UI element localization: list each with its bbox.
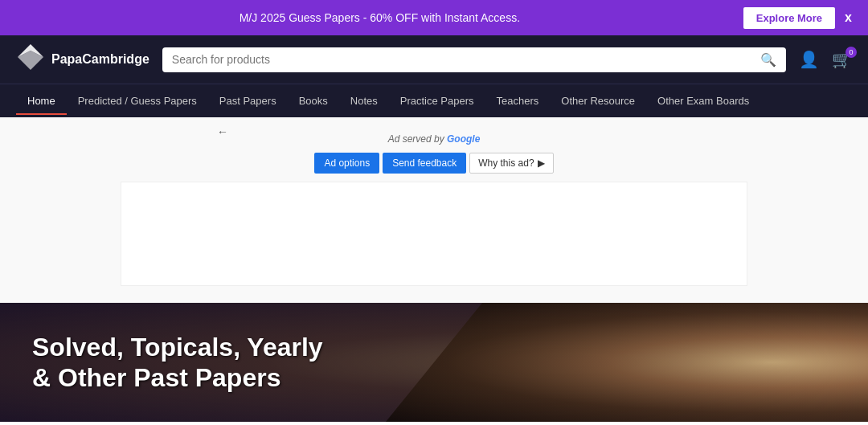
google-label: Google <box>447 133 480 145</box>
hero-title-line1: Solved, Topicals, Yearly <box>32 332 323 362</box>
nav-item-books[interactable]: Books <box>288 87 339 115</box>
hero-section: Solved, Topicals, Yearly & Other Past Pa… <box>0 303 868 422</box>
close-banner-button[interactable]: x <box>845 10 852 25</box>
ad-options-button[interactable]: Ad options <box>314 153 379 174</box>
header-icons: 👤 🛒 0 <box>799 50 852 69</box>
hero-text: Solved, Topicals, Yearly & Other Past Pa… <box>32 332 323 394</box>
cart-icon[interactable]: 🛒 0 <box>832 50 852 69</box>
search-icon: 🔍 <box>760 52 776 67</box>
nav-item-past-papers[interactable]: Past Papers <box>208 87 288 115</box>
ad-buttons: Ad options Send feedback Why this ad? ▶ <box>314 153 553 174</box>
top-banner: M/J 2025 Guess Papers - 60% OFF with Ins… <box>0 0 868 35</box>
logo-area: PapaCambridge <box>16 43 149 76</box>
nav-item-practice-papers[interactable]: Practice Papers <box>389 87 485 115</box>
nav-item-predicted[interactable]: Predicted / Guess Papers <box>67 87 208 115</box>
header: PapaCambridge 🔍 👤 🛒 0 <box>0 35 868 84</box>
nav-item-teachers[interactable]: Teachers <box>485 87 551 115</box>
search-bar: 🔍 <box>162 47 786 72</box>
nav-item-other-resource[interactable]: Other Resource <box>550 87 646 115</box>
banner-text: M/J 2025 Guess Papers - 60% OFF with Ins… <box>16 11 743 24</box>
ad-back-arrow[interactable]: ← <box>217 125 228 138</box>
hero-title-line2: & Other Past Papers <box>32 362 323 393</box>
send-feedback-button[interactable]: Send feedback <box>383 153 466 174</box>
navigation: Home Predicted / Guess Papers Past Paper… <box>0 84 868 117</box>
user-icon[interactable]: 👤 <box>799 50 819 69</box>
logo-text[interactable]: PapaCambridge <box>51 52 149 67</box>
nav-item-home[interactable]: Home <box>16 87 67 115</box>
ad-content-area <box>121 182 747 286</box>
cart-badge: 0 <box>845 47 857 58</box>
nav-item-notes[interactable]: Notes <box>339 87 389 115</box>
ad-section: ← Ad served by Google Ad options Send fe… <box>0 117 868 303</box>
ad-served-label: Ad served by Google <box>388 133 481 145</box>
search-input[interactable] <box>172 53 754 66</box>
nav-item-other-exam-boards[interactable]: Other Exam Boards <box>646 87 760 115</box>
why-ad-icon: ▶ <box>538 157 545 169</box>
explore-more-button[interactable]: Explore More <box>743 7 835 29</box>
logo-icon <box>16 43 45 76</box>
why-this-ad-button[interactable]: Why this ad? ▶ <box>469 153 553 174</box>
